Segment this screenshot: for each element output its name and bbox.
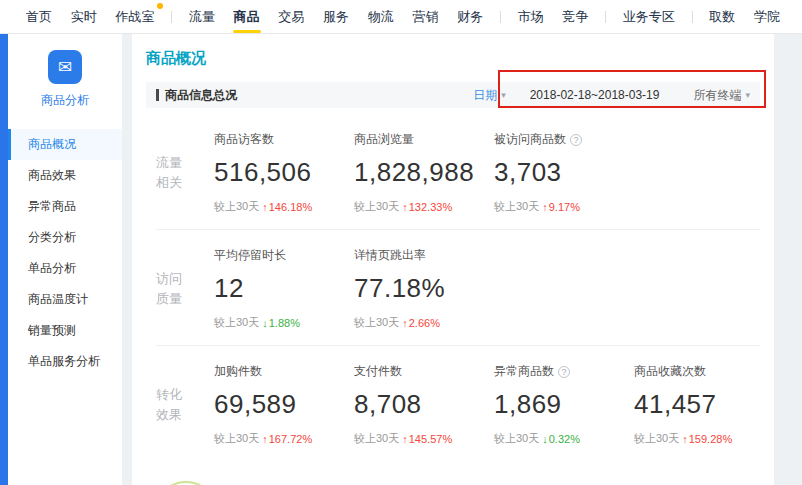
- metric-compare: 较上30天 ↑146.18%: [214, 199, 354, 214]
- insight-columns: 流量相关解析 虽然商品访客数较上30天大幅上涨，但流量仍有提升空间，建议关注流量…: [250, 481, 664, 485]
- product-analysis-icon: ✉: [48, 50, 82, 84]
- nav-divider: [171, 11, 172, 23]
- section-header: 商品信息总况 日期 ▾ 2018-02-18~2018-03-19 所有终端 ▾: [146, 82, 760, 108]
- metric-value: 69,589: [214, 389, 354, 420]
- sidebar-item-category-analysis[interactable]: 分类分析: [8, 222, 122, 253]
- nav-divider: [692, 11, 693, 23]
- metrics-panel: 流量相关 商品访客数 516,506 较上30天 ↑146.18% 商品浏览量: [146, 108, 760, 461]
- down-arrow-icon: ↓: [262, 317, 268, 329]
- metric-cart-adds: 加购件数 69,589 较上30天 ↑167.72%: [214, 363, 354, 446]
- metric-value: 516,506: [214, 157, 354, 188]
- metric-compare: 较上30天 ↓1.88%: [214, 315, 354, 330]
- nav-item-home[interactable]: 首页: [24, 0, 54, 35]
- metric-product-favorites: 商品收藏次数 41,457 较上30天 ↑159.28%: [634, 363, 774, 446]
- nav-item-academy[interactable]: 学院: [752, 0, 782, 35]
- metric-visited-products: 被访问商品数? 3,703 较上30天 ↑9.17%: [494, 131, 634, 214]
- page-title: 商品概况: [146, 34, 760, 68]
- nav-item-trade[interactable]: 交易: [276, 0, 306, 35]
- insights-panel: 7天 数据解读 流量相关解析 虽然商品访客数较上30天大幅上涨，但流量仍有提升空…: [146, 461, 760, 485]
- up-arrow-icon: ↑: [542, 201, 548, 213]
- metric-value: 77.18%: [354, 273, 494, 304]
- chevron-down-icon: ▾: [745, 90, 750, 100]
- metric-value: 8,708: [354, 389, 494, 420]
- metric-avg-stay-time: 平均停留时长 12 较上30天 ↓1.88%: [214, 247, 354, 330]
- metric-detail-bounce-rate: 详情页跳出率 77.18% 较上30天 ↑2.66%: [354, 247, 494, 330]
- left-accent-bar: [0, 34, 8, 485]
- nav-item-market[interactable]: 市场: [516, 0, 546, 35]
- metric-compare: 较上30天 ↑9.17%: [494, 199, 634, 214]
- sidebar-section-label: 商品分析: [8, 92, 122, 109]
- help-icon[interactable]: ?: [558, 366, 570, 378]
- sidebar-item-single-product-analysis[interactable]: 单品分析: [8, 253, 122, 284]
- data-interpretation-badge: 7天 数据解读: [154, 481, 218, 485]
- nav-item-competition[interactable]: 竞争: [560, 0, 590, 35]
- nav-item-traffic[interactable]: 流量: [187, 0, 217, 35]
- metric-compare: 较上30天 ↑159.28%: [634, 431, 774, 446]
- nav-item-business-zone[interactable]: 业务专区: [621, 0, 677, 35]
- sidebar-item-sales-forecast[interactable]: 销量预测: [8, 315, 122, 346]
- nav-item-service[interactable]: 服务: [321, 0, 351, 35]
- nav-item-products[interactable]: 商品: [232, 0, 262, 35]
- terminal-filter-dropdown[interactable]: 所有终端 ▾: [693, 87, 750, 104]
- metric-value: 1,828,988: [354, 157, 494, 188]
- page-body: ✉ 商品分析 商品概况 商品效果 异常商品 分类分析 单品分析 商品温度计 销量…: [0, 34, 802, 485]
- group-label: 转化效果: [156, 385, 186, 424]
- nav-item-realtime[interactable]: 实时: [69, 0, 99, 35]
- metric-group-conversion: 转化效果 加购件数 69,589 较上30天 ↑167.72% 支付件数: [156, 346, 760, 461]
- date-range-value[interactable]: 2018-02-18~2018-03-19: [530, 88, 660, 102]
- down-arrow-icon: ↓: [542, 433, 548, 445]
- metric-product-visitors: 商品访客数 516,506 较上30天 ↑146.18%: [214, 131, 354, 214]
- up-arrow-icon: ↑: [402, 201, 408, 213]
- metric-compare: 较上30天 ↑132.33%: [354, 199, 494, 214]
- up-arrow-icon: ↑: [682, 433, 688, 445]
- metric-abnormal-products: 异常商品数? 1,869 较上30天 ↓0.32%: [494, 363, 634, 446]
- help-icon[interactable]: ?: [570, 134, 582, 146]
- metric-group-traffic: 流量相关 商品访客数 516,506 较上30天 ↑146.18% 商品浏览量: [156, 114, 760, 230]
- chevron-down-icon: ▾: [501, 90, 506, 100]
- metric-compare: 较上30天 ↑145.57%: [354, 431, 494, 446]
- nav-item-logistics[interactable]: 物流: [366, 0, 396, 35]
- up-arrow-icon: ↑: [402, 317, 408, 329]
- nav-item-marketing[interactable]: 营销: [410, 0, 440, 35]
- main-content: 商品概况 商品信息总况 日期 ▾ 2018-02-18~2018-03-19 所…: [132, 34, 774, 485]
- metric-value: 12: [214, 273, 354, 304]
- sidebar-item-product-effect[interactable]: 商品效果: [8, 160, 122, 191]
- metric-value: 3,703: [494, 157, 634, 188]
- business-advisor-app: 首页 实时 作战室 流量 商品 交易 服务 物流 营销 财务 市场 竞争 业务专…: [0, 0, 802, 485]
- nav-item-data-extract[interactable]: 取数: [707, 0, 737, 35]
- metric-paid-items: 支付件数 8,708 较上30天 ↑145.57%: [354, 363, 494, 446]
- new-feature-badge-icon: [157, 3, 163, 9]
- metric-value: 1,869: [494, 389, 634, 420]
- sidebar-item-abnormal-products[interactable]: 异常商品: [8, 191, 122, 222]
- up-arrow-icon: ↑: [402, 433, 408, 445]
- sidebar-section-head: ✉ 商品分析: [8, 34, 122, 117]
- sidebar-item-product-thermometer[interactable]: 商品温度计: [8, 284, 122, 315]
- section-title: 商品信息总况: [156, 87, 237, 104]
- group-label: 访问质量: [156, 269, 186, 308]
- filter-controls: 日期 ▾ 2018-02-18~2018-03-19 所有终端 ▾: [473, 87, 750, 104]
- metric-compare: 较上30天 ↓0.32%: [494, 431, 634, 446]
- date-filter-dropdown[interactable]: 日期 ▾: [473, 87, 506, 104]
- nav-divider: [500, 11, 501, 23]
- nav-item-war-room[interactable]: 作战室: [113, 0, 156, 35]
- up-arrow-icon: ↑: [262, 433, 268, 445]
- sidebar-item-single-product-service[interactable]: 单品服务分析: [8, 346, 122, 377]
- group-label: 流量相关: [156, 153, 186, 192]
- nav-item-finance[interactable]: 财务: [455, 0, 485, 35]
- sidebar: ✉ 商品分析 商品概况 商品效果 异常商品 分类分析 单品分析 商品温度计 销量…: [8, 34, 122, 485]
- up-arrow-icon: ↑: [262, 201, 268, 213]
- sidebar-menu: 商品概况 商品效果 异常商品 分类分析 单品分析 商品温度计 销量预测 单品服务…: [8, 129, 122, 377]
- nav-divider: [605, 11, 606, 23]
- top-nav: 首页 实时 作战室 流量 商品 交易 服务 物流 营销 财务 市场 竞争 业务专…: [0, 0, 802, 34]
- metric-group-visit-quality: 访问质量 平均停留时长 12 较上30天 ↓1.88% 详情页跳出率: [156, 230, 760, 346]
- sidebar-item-product-overview[interactable]: 商品概况: [8, 129, 122, 160]
- metric-compare: 较上30天 ↑167.72%: [214, 431, 354, 446]
- metric-product-pageviews: 商品浏览量 1,828,988 较上30天 ↑132.33%: [354, 131, 494, 214]
- section-title-tick: [156, 89, 159, 101]
- metric-value: 41,457: [634, 389, 774, 420]
- metric-compare: 较上30天 ↑2.66%: [354, 315, 494, 330]
